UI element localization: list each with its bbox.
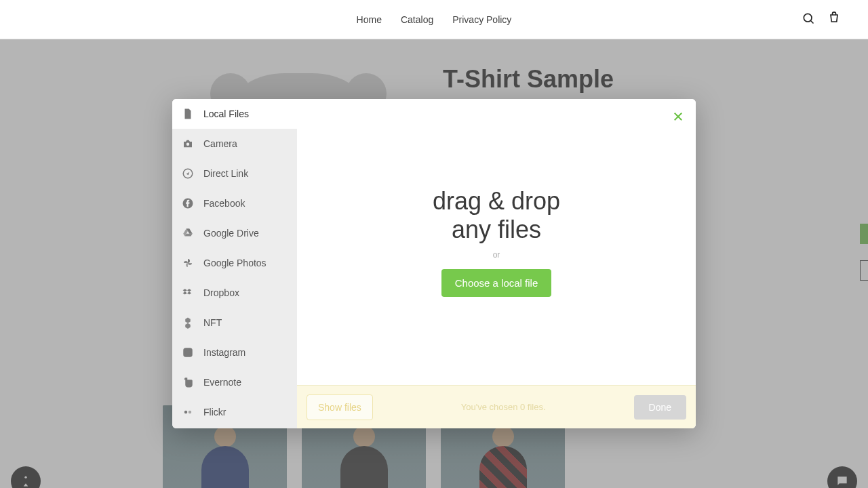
source-label: Google Photos (203, 258, 267, 268)
source-label: Direct Link (203, 168, 248, 179)
modal-overlay[interactable]: Local FilesCameraDirect LinkFacebookGoog… (0, 39, 868, 488)
choose-local-file-button[interactable]: Choose a local file (441, 269, 552, 297)
camera-icon (182, 138, 194, 150)
source-direct[interactable]: Direct Link (172, 159, 297, 188)
svg-point-5 (186, 143, 190, 146)
gdrive-icon (182, 227, 194, 239)
svg-point-11 (184, 411, 188, 414)
nav-link-home[interactable]: Home (357, 14, 382, 25)
source-camera[interactable]: Camera (172, 129, 297, 159)
drop-heading: drag & drop any files (433, 187, 560, 243)
source-evernote[interactable]: Evernote (172, 367, 297, 397)
svg-point-9 (186, 350, 190, 354)
instagram-icon (182, 346, 194, 359)
source-sidebar: Local FilesCameraDirect LinkFacebookGoog… (172, 99, 297, 428)
svg-point-12 (189, 411, 192, 414)
source-label: Camera (203, 138, 237, 149)
drop-heading-line1: drag & drop (433, 187, 560, 215)
source-gdrive[interactable]: Google Drive (172, 218, 297, 248)
evernote-icon (182, 376, 194, 388)
source-local[interactable]: Local Files (172, 99, 297, 129)
source-facebook[interactable]: Facebook (172, 188, 297, 218)
dropbox-icon (182, 287, 194, 299)
cart-icon[interactable] (827, 12, 841, 28)
source-label: Instagram (203, 347, 245, 358)
top-nav: Home Catalog Privacy Policy (0, 0, 868, 39)
or-divider: or (493, 250, 500, 260)
facebook-icon (182, 197, 194, 209)
nft-icon (182, 317, 194, 329)
show-files-button[interactable]: Show files (307, 394, 373, 420)
source-label: Dropbox (203, 287, 239, 298)
modal-footer: Show files You've chosen 0 files. Done (297, 385, 696, 428)
file-icon (182, 108, 194, 120)
upload-main: drag & drop any files or Choose a local … (297, 99, 696, 428)
nav-link-privacy[interactable]: Privacy Policy (452, 14, 511, 25)
source-label: NFT (203, 317, 222, 328)
source-label: Local Files (203, 108, 249, 119)
drop-heading-line2: any files (452, 216, 541, 243)
product-page: T-Shirt Sample Local FilesCameraDirect L… (0, 39, 868, 488)
source-dropbox[interactable]: Dropbox (172, 278, 297, 308)
files-status: You've chosen 0 files. (461, 402, 546, 412)
nav-links: Home Catalog Privacy Policy (357, 14, 512, 25)
source-gphotos[interactable]: Google Photos (172, 248, 297, 278)
drop-zone[interactable]: drag & drop any files or Choose a local … (297, 99, 696, 385)
file-upload-modal: Local FilesCameraDirect LinkFacebookGoog… (172, 99, 696, 428)
source-label: Facebook (203, 198, 245, 209)
source-flickr[interactable]: Flickr (172, 397, 297, 427)
nav-link-catalog[interactable]: Catalog (401, 14, 433, 25)
done-button[interactable]: Done (634, 395, 686, 420)
flickr-icon (182, 406, 194, 418)
search-icon[interactable] (802, 12, 815, 28)
source-nft[interactable]: NFT (172, 308, 297, 338)
compass-icon (182, 167, 194, 180)
source-label: Google Drive (203, 228, 259, 239)
close-button[interactable] (670, 108, 686, 125)
gphotos-icon (182, 257, 194, 269)
svg-point-10 (190, 350, 191, 351)
source-label: Flickr (203, 407, 226, 418)
source-instagram[interactable]: Instagram (172, 338, 297, 367)
svg-point-0 (804, 14, 812, 22)
svg-line-1 (811, 20, 814, 23)
source-label: Evernote (203, 377, 241, 388)
